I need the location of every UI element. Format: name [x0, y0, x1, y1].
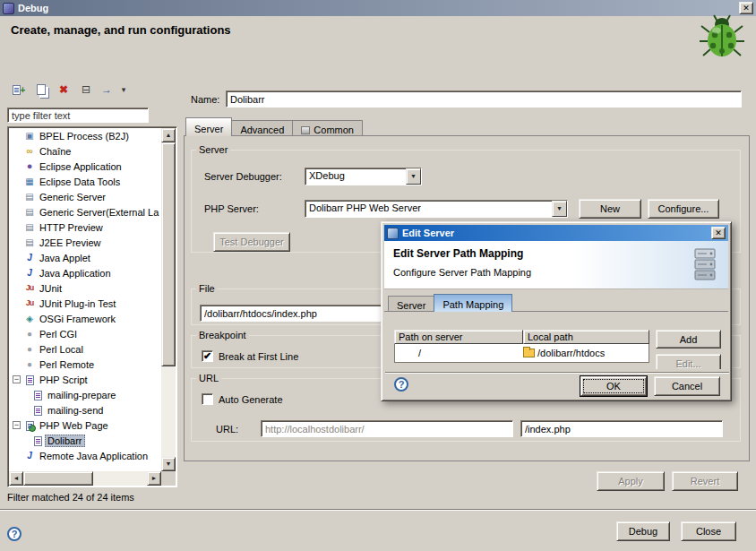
file-group-legend: File	[196, 283, 218, 294]
tree-item[interactable]: −PHP Script	[9, 372, 161, 387]
delete-configuration-icon[interactable]: ✖	[56, 82, 72, 98]
scroll-up-icon[interactable]: ▲	[161, 128, 176, 142]
tab-advanced[interactable]: Advanced	[231, 120, 293, 136]
cancel-button[interactable]: Cancel	[654, 376, 720, 396]
dialog-titlebar[interactable]: Edit Server ✕	[384, 225, 728, 241]
close-button[interactable]: Close	[681, 521, 736, 541]
tree-item[interactable]: ▣BPEL Process (B2J)	[9, 128, 161, 143]
eclipse-application-icon: ●	[22, 159, 37, 174]
edit-mapping-button[interactable]: Edit...	[656, 354, 721, 369]
dialog-tab-path-mapping[interactable]: Path Mapping	[434, 294, 512, 312]
scroll-down-icon[interactable]: ▼	[161, 457, 176, 471]
add-mapping-button[interactable]: Add	[656, 330, 721, 349]
name-input[interactable]	[226, 90, 742, 108]
dialog-subheading: Configure Server Path Mapping	[393, 267, 531, 278]
filter-input[interactable]	[7, 108, 149, 123]
common-tab-icon	[301, 126, 310, 134]
filter-launch-icon[interactable]: →	[100, 82, 113, 98]
java-application-icon: J	[22, 265, 37, 280]
tree-item[interactable]: JRemote Java Application	[9, 448, 161, 463]
window-titlebar[interactable]: Debug ✕	[0, 0, 756, 16]
tree-item[interactable]: JuJUnit	[9, 280, 161, 296]
php-script-icon	[22, 372, 37, 387]
tree-item[interactable]: ●Perl CGI	[9, 326, 161, 341]
configurations-tree: ▣BPEL Process (B2J) ∞Chaîne ●Eclipse App…	[7, 126, 177, 487]
collapse-all-icon[interactable]: ⊟	[78, 82, 94, 98]
ok-button[interactable]: OK	[580, 376, 647, 396]
tree-item[interactable]: mailing-prepare	[9, 387, 161, 402]
php-file-icon	[30, 433, 45, 448]
perl-icon: ●	[22, 357, 37, 372]
window-icon	[3, 3, 14, 14]
break-first-line-checkbox[interactable]: ✔	[202, 350, 213, 362]
data-tools-icon: ▦	[22, 174, 37, 189]
url-base-input[interactable]	[261, 420, 513, 437]
column-header-local[interactable]: Local path	[523, 330, 649, 344]
tree-item[interactable]: ∞Chaîne	[9, 143, 161, 159]
scroll-corner	[161, 471, 176, 486]
new-server-button[interactable]: New	[579, 199, 641, 219]
auto-generate-checkbox[interactable]	[202, 393, 213, 405]
tree-item[interactable]: ▤HTTP Preview	[9, 220, 161, 235]
tree-item[interactable]: ▤J2EE Preview	[9, 235, 161, 250]
apply-button[interactable]: Apply	[597, 471, 665, 491]
tree-item[interactable]: ▤Generic Server	[9, 189, 161, 204]
tree-item[interactable]: ▦Eclipse Data Tools	[9, 174, 161, 189]
php-server-select[interactable]: Dolibarr PHP Web Server ▼	[305, 200, 568, 218]
test-debugger-button[interactable]: Test Debugger	[213, 232, 290, 252]
dialog-icon	[387, 228, 399, 239]
tree-vscroll-thumb[interactable]	[161, 142, 176, 366]
dialog-separator	[385, 372, 729, 374]
dialog-tab-server[interactable]: Server	[388, 296, 434, 312]
page-title: Create, manage, and run configurations	[11, 23, 231, 37]
dialog-help-icon[interactable]: ?	[394, 377, 408, 392]
dialog-close-icon[interactable]: ✕	[711, 227, 726, 239]
collapse-toggle-icon[interactable]: −	[13, 375, 21, 383]
debug-button[interactable]: Debug	[616, 521, 670, 541]
server-group-legend: Server	[196, 144, 230, 155]
tree-hscroll-thumb[interactable]	[23, 471, 93, 486]
dialog-tab-content: Path on server Local path / /dolibarr/ht…	[384, 311, 728, 369]
tree-item[interactable]: ●Perl Local	[9, 341, 161, 357]
column-header-path[interactable]: Path on server	[394, 330, 523, 344]
dialog-title: Edit Server	[402, 228, 711, 238]
tree-item[interactable]: ▤Generic Server(External La	[9, 204, 161, 220]
tree-item[interactable]: mailing-send	[9, 402, 161, 418]
table-row[interactable]: / /dolibarr/htdocs	[394, 344, 649, 363]
tree-item[interactable]: JJava Application	[9, 265, 161, 280]
osgi-framework-icon: ◈	[22, 311, 37, 326]
url-path-input[interactable]	[520, 420, 723, 437]
collapse-toggle-icon[interactable]: −	[13, 421, 21, 429]
tree-item[interactable]: JJava Applet	[9, 250, 161, 265]
tree-item[interactable]: ●Perl Remote	[9, 357, 161, 372]
tree-item[interactable]: ●Eclipse Application	[9, 159, 161, 174]
tab-common[interactable]: Common	[292, 120, 363, 136]
dropdown-arrow-icon[interactable]: ▼	[406, 168, 421, 185]
cell-local-path: /dolibarr/htdocs	[523, 348, 649, 358]
new-configuration-icon[interactable]: +	[11, 82, 27, 98]
scroll-left-icon[interactable]: ◄	[9, 471, 23, 486]
php-server-label: PHP Server:	[204, 203, 259, 214]
duplicate-configuration-icon[interactable]	[33, 82, 49, 98]
breakpoint-group-legend: Breakpoint	[196, 330, 249, 340]
remote-java-icon: J	[22, 448, 37, 463]
dropdown-arrow-icon[interactable]: ▼	[552, 201, 567, 217]
filter-status: Filter matched 24 of 24 items	[7, 492, 134, 503]
break-first-line-label[interactable]: Break at First Line	[219, 351, 298, 362]
scroll-right-icon[interactable]: ►	[147, 471, 161, 486]
tree-item-dolibarr[interactable]: Dolibarr	[9, 433, 161, 448]
revert-button[interactable]: Revert	[672, 471, 738, 491]
tree-item[interactable]: ◈OSGi Framework	[9, 311, 161, 326]
junit-icon: Ju	[22, 280, 37, 296]
dialog-heading: Edit Server Path Mapping	[393, 247, 523, 260]
config-tabs: Server Advanced Common	[185, 117, 362, 136]
tab-server[interactable]: Server	[185, 117, 232, 136]
help-icon[interactable]: ?	[7, 527, 21, 541]
toolbar-menu-caret-icon[interactable]: ▾	[119, 82, 128, 98]
auto-generate-label[interactable]: Auto Generate	[219, 394, 283, 405]
configure-button[interactable]: Configure...	[648, 199, 719, 219]
tree-item[interactable]: −PHP Web Page	[9, 418, 161, 433]
server-debugger-select[interactable]: XDebug ▼	[305, 168, 422, 185]
close-icon[interactable]: ✕	[739, 2, 753, 14]
tree-item[interactable]: JuJUnit Plug-in Test	[9, 296, 161, 311]
